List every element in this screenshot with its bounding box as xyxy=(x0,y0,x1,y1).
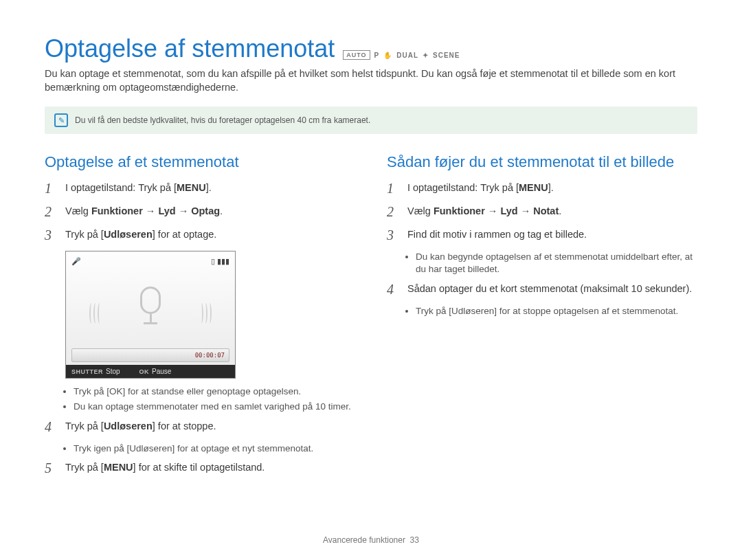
left-step-2: 2 Vælg Funktioner → Lyd → Optag. xyxy=(45,204,355,219)
star-icon: ✦ xyxy=(423,52,429,59)
list-item: Du kan optage stemmenotater med en samle… xyxy=(74,401,355,413)
t: . xyxy=(220,205,223,216)
mic-small-icon: 🎤 xyxy=(71,257,81,266)
cs-body xyxy=(70,266,231,348)
right-step-4: 4 Sådan optager du et kort stemmenotat (… xyxy=(387,282,697,297)
list-item: Tryk på [Udløseren] for at stoppe optage… xyxy=(416,305,697,317)
right-bullets-a: Du kan begynde optagelsen af et stemmeno… xyxy=(416,251,697,276)
t: ] for at optage. xyxy=(153,229,217,240)
step-body: Sådan optager du et kort stemmenotat (ma… xyxy=(407,282,697,297)
footer-section: Avancerede funktioner xyxy=(323,535,405,545)
t: Vælg xyxy=(65,205,91,216)
t: ]. xyxy=(548,182,554,193)
step-number: 4 xyxy=(45,419,56,434)
list-item: Tryk på [OK] for at standse eller genopt… xyxy=(74,385,355,398)
t: Lyd xyxy=(158,205,175,216)
progress-bar: 00:00:07 xyxy=(71,348,229,362)
arrow-icon: → xyxy=(143,205,159,216)
p-icon: P xyxy=(374,52,380,59)
step-number: 2 xyxy=(45,204,56,219)
t: OK xyxy=(139,368,150,375)
camera-screen-illustration: 🎤 ▯ ▮▮▮ 00:00:07 SHUTTERStop OKPause xyxy=(65,251,236,379)
list-item: Tryk igen på [Udløseren] for at optage e… xyxy=(74,443,355,455)
t: . xyxy=(559,205,561,216)
left-bullets-a: Tryk på [OK] for at standse eller genopt… xyxy=(74,385,355,413)
mode-icons: AUTO P ✋ DUAL ✦ SCENE xyxy=(343,50,460,60)
left-step-3: 3 Tryk på [Udløseren] for at optage. xyxy=(45,227,355,243)
t: Tryk på [ xyxy=(65,229,104,240)
t: Pause xyxy=(152,368,171,375)
sound-wave-right-icon xyxy=(199,303,212,326)
arrow-icon: → xyxy=(176,205,192,216)
left-bullets-b: Tryk igen på [Udløseren] for at optage e… xyxy=(74,443,355,455)
t: Udløseren xyxy=(104,229,153,240)
title-text: Optagelse af stemmenotat xyxy=(45,34,335,63)
cs-top-bar: 🎤 ▯ ▮▮▮ xyxy=(70,256,231,266)
left-step-5: 5 Tryk på [MENU] for at skifte til optag… xyxy=(45,460,355,475)
step-number: 2 xyxy=(387,204,398,219)
ok-pause: OKPause xyxy=(139,368,172,375)
arrow-icon: → xyxy=(485,205,501,216)
t: Tryk på [ xyxy=(65,421,104,432)
step-number: 1 xyxy=(45,181,56,196)
right-step-2: 2 Vælg Funktioner → Lyd → Notat. xyxy=(387,204,697,219)
left-column: Optagelse af et stemmenotat 1 I optageti… xyxy=(45,153,355,484)
left-heading: Optagelse af et stemmenotat xyxy=(45,153,355,171)
timer-text: 00:00:07 xyxy=(195,352,225,359)
shutter-stop: SHUTTERStop xyxy=(71,368,120,375)
step-body: I optagetilstand: Tryk på [MENU]. xyxy=(65,181,355,196)
t: I optagetilstand: Tryk på [ xyxy=(407,182,519,193)
step-body: Tryk på [Udløseren] for at stoppe. xyxy=(65,419,355,434)
arrow-icon: → xyxy=(518,205,534,216)
footer-page: 33 xyxy=(410,535,419,545)
step-body: Tryk på [Udløseren] for at optage. xyxy=(65,227,355,243)
step-body: Find dit motiv i rammen og tag et billed… xyxy=(407,227,697,243)
menu-label: MENU xyxy=(519,182,548,193)
sound-wave-left-icon xyxy=(89,303,102,326)
right-step-1: 1 I optagetilstand: Tryk på [MENU]. xyxy=(387,181,697,196)
step-number: 3 xyxy=(45,227,56,243)
menu-label: MENU xyxy=(104,462,133,473)
left-step-4: 4 Tryk på [Udløseren] for at stoppe. xyxy=(45,419,355,434)
step-body: Vælg Funktioner → Lyd → Notat. xyxy=(407,204,697,219)
cs-bottom-bar: SHUTTERStop OKPause xyxy=(66,365,235,378)
scene-icon: SCENE xyxy=(433,52,460,59)
step-number: 3 xyxy=(387,227,398,243)
microphone-icon xyxy=(135,287,166,328)
t: Optag xyxy=(191,205,220,216)
columns: Optagelse af et stemmenotat 1 I optageti… xyxy=(45,153,697,484)
t: Notat xyxy=(533,205,559,216)
t: Stop xyxy=(106,368,120,375)
t: ] for at skifte til optagetilstand. xyxy=(133,462,265,473)
step-number: 5 xyxy=(45,460,56,475)
tip-text: Du vil få den bedste lydkvalitet, hvis d… xyxy=(75,115,370,125)
t: SHUTTER xyxy=(71,368,103,375)
note-icon: ✎ xyxy=(54,113,68,127)
step-body: I optagetilstand: Tryk på [MENU]. xyxy=(407,181,697,196)
right-step-3: 3 Find dit motiv i rammen og tag et bill… xyxy=(387,227,697,243)
right-bullets-b: Tryk på [Udløseren] for at stoppe optage… xyxy=(416,305,697,317)
t: Vælg xyxy=(407,205,434,216)
page-title: Optagelse af stemmenotat AUTO P ✋ DUAL ✦… xyxy=(45,34,697,63)
dual-icon: DUAL xyxy=(396,52,418,59)
intro-text: Du kan optage et stemmenotat, som du kan… xyxy=(45,67,697,94)
step-body: Vælg Funktioner → Lyd → Optag. xyxy=(65,204,355,219)
menu-label: MENU xyxy=(177,182,206,193)
t: Funktioner xyxy=(91,205,143,216)
hand-icon: ✋ xyxy=(383,52,392,59)
battery-icon: ▯ ▮▮▮ xyxy=(211,257,229,266)
step-number: 4 xyxy=(387,282,398,297)
step-body: Tryk på [MENU] for at skifte til optaget… xyxy=(65,460,355,475)
step-number: 1 xyxy=(387,181,398,196)
t: Udløseren xyxy=(104,421,153,432)
t: ] for at stoppe. xyxy=(153,421,216,432)
auto-icon: AUTO xyxy=(343,50,370,60)
t: I optagetilstand: Tryk på [ xyxy=(65,182,177,193)
tip-box: ✎ Du vil få den bedste lydkvalitet, hvis… xyxy=(45,107,697,134)
right-heading: Sådan føjer du et stemmenotat til et bil… xyxy=(387,153,697,171)
t: Funktioner xyxy=(434,205,485,216)
t: ]. xyxy=(206,182,212,193)
t: Tryk på [ xyxy=(65,462,104,473)
list-item: Du kan begynde optagelsen af et stemmeno… xyxy=(416,251,697,276)
left-step-1: 1 I optagetilstand: Tryk på [MENU]. xyxy=(45,181,355,196)
